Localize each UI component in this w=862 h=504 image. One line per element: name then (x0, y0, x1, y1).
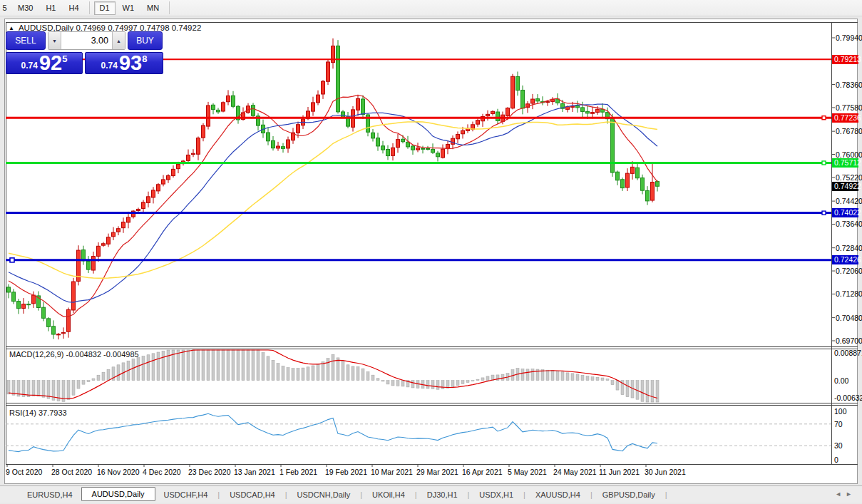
sell-price-point: 5 (62, 53, 67, 64)
timeframe-button-mn[interactable]: MN (141, 1, 165, 15)
volume-increase-icon[interactable]: ▲ (112, 32, 125, 49)
chart-tab-usdcnh-daily[interactable]: USDCNH,Daily (289, 488, 359, 501)
buy-price-quote[interactable]: 0.74 93 8 (85, 52, 163, 74)
chart-tab-eurusd-h4[interactable]: EURUSD,H4 (19, 488, 81, 501)
volume-input[interactable] (61, 32, 112, 49)
tab-separator: | (466, 490, 471, 499)
tab-separator: | (216, 490, 221, 499)
chart-tab-bar: EURUSD,H4AUDUSD,DailyUSDCHF,H4|USDCAD,H4… (0, 485, 862, 503)
toolbar-separator (89, 1, 90, 14)
toolbar-separator (169, 1, 170, 14)
tab-separator: | (284, 490, 289, 499)
chart-tab-audusd-daily[interactable]: AUDUSD,Daily (81, 487, 155, 501)
timeframe-button-w1[interactable]: W1 (117, 1, 140, 15)
buy-price-prefix: 0.74 (101, 61, 118, 71)
chart-tab-usdcad-h4[interactable]: USDCAD,H4 (221, 488, 284, 501)
timeframe-button-m30[interactable]: M30 (12, 1, 39, 15)
tab-separator: | (589, 490, 594, 499)
buy-price-point: 8 (142, 53, 147, 64)
one-click-trading-panel: SELL ▼ ▲ BUY 0.74 92 5 0.74 93 8 (6, 31, 163, 74)
sell-price-quote[interactable]: 0.74 92 5 (6, 52, 83, 74)
chart-tab-usdchf-h4[interactable]: USDCHF,H4 (155, 488, 217, 501)
volume-decrease-icon[interactable]: ▼ (48, 32, 61, 49)
chart-window (4, 19, 858, 484)
chart-tab-dj30-h1[interactable]: DJ30,H1 (419, 488, 466, 501)
timeframe-button-5[interactable]: 5 (1, 1, 11, 15)
timeframe-button-h4[interactable]: H4 (63, 1, 84, 15)
chart-tab-gbpusd-daily[interactable]: GBPUSD,Daily (594, 488, 664, 501)
chart-tab-xauusd-h4[interactable]: XAUUSD,H4 (527, 488, 589, 501)
timeframe-button-d1[interactable]: D1 (94, 1, 116, 15)
tab-separator: | (522, 490, 527, 499)
chart-tab-ukoil-h4[interactable]: UKOil,H4 (364, 488, 414, 501)
buy-price-pips: 93 (119, 53, 142, 73)
timeframe-button-h1[interactable]: H1 (40, 1, 61, 15)
timeframe-toolbar: 5M30H1H4D1W1MN (0, 0, 862, 16)
tab-scroll-arrows[interactable]: ◄► (835, 490, 856, 498)
sell-price-prefix: 0.74 (21, 61, 38, 71)
volume-stepper: ▼ ▲ (48, 31, 125, 50)
chart-tab-usdx-h1[interactable]: USDX,H1 (471, 488, 522, 501)
sell-button[interactable]: SELL (6, 31, 46, 50)
tab-separator: | (664, 490, 669, 499)
buy-button[interactable]: BUY (128, 31, 163, 50)
sell-price-pips: 92 (39, 53, 62, 73)
tab-separator: | (359, 490, 364, 499)
tab-separator: | (414, 490, 419, 499)
